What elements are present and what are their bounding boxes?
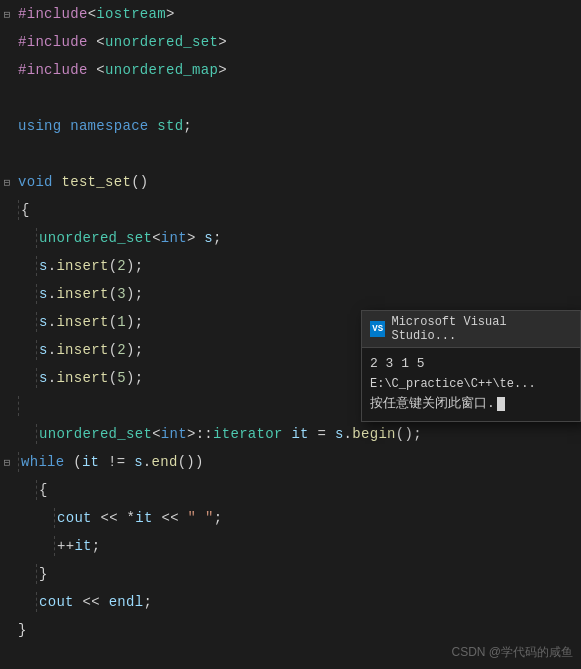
token: ); [126, 286, 143, 302]
code-text: #include <unordered_map> [14, 56, 227, 84]
token: s [39, 342, 48, 358]
vline [36, 228, 37, 248]
code-text [14, 392, 21, 420]
token: #include [18, 6, 88, 22]
token: insert [56, 286, 108, 302]
code-text: s.insert(5); [14, 364, 143, 392]
token: int [161, 426, 187, 442]
token: s [335, 426, 344, 442]
token: 5 [117, 370, 126, 386]
token: " " [188, 510, 214, 526]
code-line: #include <unordered_map> [0, 56, 581, 84]
token: s [204, 230, 213, 246]
vline [54, 508, 55, 528]
fold-indicator: ⊟ [0, 456, 14, 469]
token: < [152, 426, 161, 442]
token: < [88, 62, 105, 78]
code-text: s.insert(1); [14, 308, 143, 336]
code-line: #include <unordered_set> [0, 28, 581, 56]
token: . [143, 454, 152, 470]
token: insert [56, 370, 108, 386]
token: #include [18, 62, 88, 78]
code-text: s.insert(3); [14, 280, 143, 308]
token: insert [56, 342, 108, 358]
token: cout [39, 594, 74, 610]
token: it [82, 454, 99, 470]
code-text: ++it; [14, 532, 101, 560]
token: > [166, 6, 175, 22]
token: #include [18, 34, 88, 50]
code-line: ++it; [0, 532, 581, 560]
vline [36, 592, 37, 612]
terminal-cursor [497, 397, 505, 411]
token: { [39, 482, 48, 498]
token: 1 [117, 314, 126, 330]
token: 3 [117, 286, 126, 302]
token: end [152, 454, 178, 470]
code-text: } [14, 616, 27, 644]
token: ; [213, 230, 222, 246]
vline [36, 424, 37, 444]
code-line: { [0, 196, 581, 224]
token: int [161, 230, 187, 246]
token: ++ [57, 538, 74, 554]
token: ; [92, 538, 101, 554]
terminal-title: Microsoft Visual Studio... [391, 315, 572, 343]
code-line: s.insert(3); [0, 280, 581, 308]
token: > [218, 34, 227, 50]
code-text: { [14, 196, 30, 224]
code-text: unordered_set<int>::iterator it = s.begi… [14, 420, 422, 448]
token: ; [214, 510, 223, 526]
code-text: using namespace std; [14, 112, 192, 140]
token: 2 [117, 342, 126, 358]
code-line: cout << *it << " "; [0, 504, 581, 532]
code-line: ⊟while (it != s.end()) [0, 448, 581, 476]
token: std [157, 118, 183, 134]
token: () [131, 174, 148, 190]
code-text: #include<iostream> [14, 0, 175, 28]
code-line: { [0, 476, 581, 504]
token [53, 174, 62, 190]
token: != [99, 454, 134, 470]
token: begin [352, 426, 396, 442]
terminal-popup: VS Microsoft Visual Studio... 2 3 1 5 E:… [361, 310, 581, 422]
token: << * [92, 510, 136, 526]
vline [18, 452, 19, 472]
code-line: } [0, 560, 581, 588]
vline [18, 200, 19, 220]
code-line [0, 84, 581, 112]
token: namespace [70, 118, 148, 134]
token: { [21, 202, 30, 218]
token: ( [65, 454, 82, 470]
vline [36, 340, 37, 360]
token: unordered_set [105, 34, 218, 50]
token: test_set [62, 174, 132, 190]
vline [36, 256, 37, 276]
token: it [135, 510, 152, 526]
token: s [39, 286, 48, 302]
token: = [309, 426, 335, 442]
terminal-titlebar: VS Microsoft Visual Studio... [362, 311, 580, 348]
terminal-path: E:\C_practice\C++\te... [370, 375, 572, 394]
token: } [39, 566, 48, 582]
token: void [18, 174, 53, 190]
vline [36, 480, 37, 500]
vline [36, 368, 37, 388]
vline [36, 564, 37, 584]
code-text: cout << endl; [14, 588, 152, 616]
code-text: unordered_set<int> s; [14, 224, 222, 252]
vline [18, 396, 19, 416]
code-line: s.insert(2); [0, 252, 581, 280]
token: . [344, 426, 353, 442]
code-line: ⊟#include<iostream> [0, 0, 581, 28]
token: 2 [117, 258, 126, 274]
token: } [18, 622, 27, 638]
token: (); [396, 426, 422, 442]
code-line [0, 140, 581, 168]
code-line: } [0, 616, 581, 644]
code-text: cout << *it << " "; [14, 504, 222, 532]
code-line: using namespace std; [0, 112, 581, 140]
token: << [74, 594, 109, 610]
token: insert [56, 258, 108, 274]
fold-indicator: ⊟ [0, 8, 14, 21]
